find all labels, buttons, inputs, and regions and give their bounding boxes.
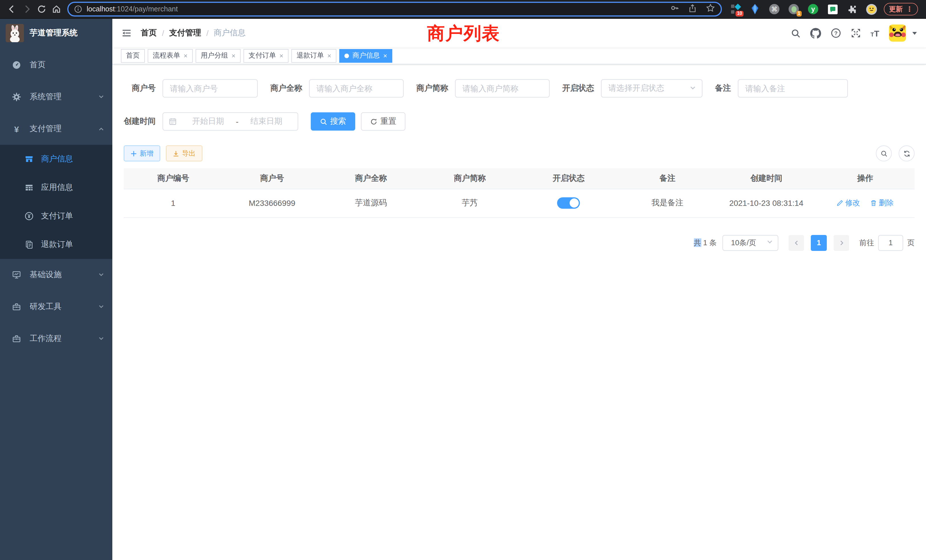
chevron-up-icon (98, 124, 104, 133)
sidebar-item-merchant-info[interactable]: 商户信息 (0, 145, 112, 173)
pagination: 共 1 条 10条/页 1 前往 (124, 235, 915, 251)
sidebar-item-pay[interactable]: ¥ 支付管理 (0, 113, 112, 145)
merchant-short-input[interactable] (455, 79, 550, 97)
prev-page-button[interactable] (788, 235, 804, 251)
chevron-down-icon (98, 270, 104, 279)
merchant-name-input[interactable] (309, 79, 404, 97)
sidebar-item-refund-order[interactable]: 退款订单 (0, 230, 112, 259)
tab-user-group[interactable]: 用户分组× (195, 49, 241, 62)
extensions-puzzle-icon[interactable] (846, 3, 858, 15)
breadcrumb-pay[interactable]: 支付管理 (169, 28, 201, 38)
page-size-select[interactable]: 10条/页 (722, 235, 778, 251)
share-icon[interactable] (688, 4, 697, 15)
ext-badge: 1 (796, 11, 802, 17)
site-info-icon[interactable] (74, 5, 82, 13)
sidebar-item-dev-tools[interactable]: 研发工具 (0, 291, 112, 323)
sidebar-item-app-info[interactable]: 应用信息 (0, 173, 112, 202)
goto-page-input[interactable] (878, 235, 903, 251)
chrome-update-button[interactable]: 更新 ⋮ (884, 3, 918, 15)
add-button[interactable]: 新增 (124, 145, 160, 161)
close-icon[interactable]: × (383, 52, 387, 59)
yen-circle-icon (24, 212, 34, 221)
total-count: 共 1 条 (694, 238, 717, 248)
password-key-icon[interactable] (670, 3, 679, 15)
merchant-no-input[interactable] (162, 79, 258, 97)
col-create-time: 创建时间 (717, 168, 816, 189)
start-date-placeholder[interactable]: 开始日期 (183, 117, 233, 127)
forward-icon[interactable] (20, 2, 34, 17)
github-icon[interactable] (810, 28, 821, 38)
sidebar-item-label: 首页 (30, 60, 45, 70)
screen: localhost:1024/pay/merchant (0, 0, 926, 560)
browser-menu-icon[interactable]: ⋮ (906, 5, 913, 13)
home-icon[interactable] (49, 2, 64, 17)
breadcrumb-home[interactable]: 首页 (141, 28, 157, 38)
col-remark: 备注 (618, 168, 717, 189)
edit-link[interactable]: 修改 (837, 198, 860, 208)
sidebar-item-label: 支付订单 (41, 211, 73, 221)
next-page-button[interactable] (834, 235, 849, 251)
help-icon[interactable]: ? (831, 28, 841, 38)
status-select[interactable]: 请选择开启状态 (601, 79, 702, 97)
delete-link[interactable]: 删除 (870, 198, 894, 208)
browser-avatar-icon[interactable] (865, 3, 877, 15)
sidebar-item-label: 退款订单 (41, 239, 73, 250)
ext-y-icon[interactable]: y (807, 3, 819, 15)
sidebar-item-infra[interactable]: 基础设施 (0, 259, 112, 291)
address-bar[interactable]: localhost:1024/pay/merchant (67, 2, 722, 17)
ext-gem-icon[interactable] (749, 3, 761, 15)
reset-button[interactable]: 重置 (361, 112, 406, 130)
page-content: 商户号 商户全称 商户简称 开启状态 请选择开启状态 (112, 64, 926, 560)
chevron-down-icon (98, 302, 104, 311)
status-toggle[interactable] (557, 197, 580, 209)
user-avatar[interactable] (889, 24, 906, 42)
remark-input[interactable] (738, 79, 848, 97)
url-text[interactable]: localhost:1024/pay/merchant (87, 5, 178, 13)
sidebar-item-label: 工作流程 (30, 334, 62, 344)
logo-image (6, 24, 24, 42)
search-button[interactable]: 搜索 (311, 112, 355, 130)
create-time-range-picker[interactable]: 开始日期 - 结束日期 (162, 112, 298, 130)
ext-grid-icon[interactable]: 10 (730, 3, 741, 15)
extension-icons: 10 ⌘ 1 y (730, 3, 877, 15)
tab-pay-order[interactable]: 支付订单× (244, 49, 289, 62)
col-merchant-short: 商户简称 (420, 168, 519, 189)
tab-home[interactable]: 首页 (121, 49, 145, 62)
export-button[interactable]: 导出 (166, 145, 203, 161)
yen-icon: ¥ (11, 124, 22, 134)
reload-icon[interactable] (34, 2, 49, 17)
close-icon[interactable]: × (184, 52, 188, 59)
avatar-dropdown-caret[interactable] (912, 32, 917, 35)
svg-text:?: ? (834, 30, 838, 36)
refresh-button[interactable] (899, 145, 915, 161)
sidebar-collapse-icon[interactable] (121, 28, 132, 38)
sidebar-item-workflow[interactable]: 工作流程 (0, 323, 112, 355)
back-icon[interactable] (5, 2, 20, 17)
close-icon[interactable]: × (279, 52, 283, 59)
browser-toolbar: localhost:1024/pay/merchant (0, 0, 926, 19)
ext-command-icon[interactable]: ⌘ (769, 3, 780, 15)
field-label: 商户全称 (270, 83, 302, 94)
toggle-search-button[interactable] (876, 145, 892, 161)
col-merchant-no: 商户号 (222, 168, 322, 189)
header-search-icon[interactable] (791, 28, 800, 38)
app-logo[interactable]: 芋道管理系统 (0, 19, 112, 47)
fullscreen-icon[interactable] (850, 28, 861, 38)
col-merchant-name: 商户全称 (322, 168, 421, 189)
tab-refund-order[interactable]: 退款订单× (291, 49, 336, 62)
end-date-placeholder[interactable]: 结束日期 (241, 117, 292, 127)
font-size-icon[interactable]: TT (870, 29, 879, 37)
tab-process-form[interactable]: 流程表单× (148, 49, 193, 62)
sidebar-item-home[interactable]: 首页 (0, 49, 112, 81)
sidebar-item-pay-order[interactable]: 支付订单 (0, 202, 112, 230)
sidebar-item-system[interactable]: 系统管理 (0, 81, 112, 113)
close-icon[interactable]: × (327, 52, 331, 59)
tab-merchant-info[interactable]: 商户信息× (339, 49, 392, 62)
table-grid-icon (24, 183, 34, 192)
ext-chat-icon[interactable] (827, 3, 838, 15)
close-icon[interactable]: × (232, 52, 236, 59)
ext-profile-icon[interactable]: 1 (788, 3, 799, 15)
page-number-1[interactable]: 1 (811, 235, 827, 251)
active-dot (344, 53, 349, 58)
bookmark-star-icon[interactable] (706, 3, 715, 15)
